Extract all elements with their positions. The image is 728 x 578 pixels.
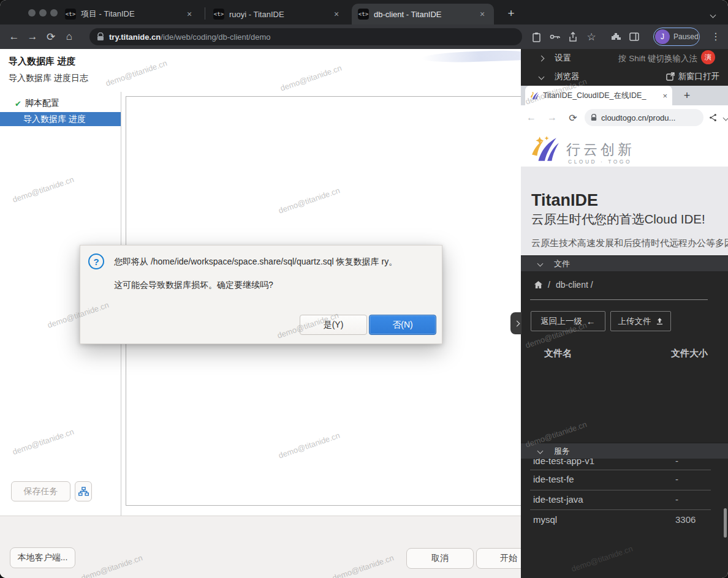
service-port: - [675,474,678,484]
window-minimize-button[interactable] [39,9,47,17]
home-icon[interactable] [534,280,543,289]
mini-reload-icon[interactable]: ⟳ [563,112,583,124]
settings-section-header[interactable]: 设置 按 Shift 键切换输入法 演 [521,49,728,67]
browser-window: <t> 项目 - TitanIDE × <t> ruoyi - TitanIDE… [0,0,728,578]
brand-name: 行云创新 [566,140,635,159]
yes-button[interactable]: 是(Y) [300,315,367,335]
profile-button[interactable]: J Paused [653,28,700,46]
tab-strip: <t> 项目 - TitanIDE × <t> ruoyi - TitanIDE… [0,0,728,24]
tab-ruoyi[interactable]: <t> ruoyi - TitanIDE × [207,4,348,24]
brand-subtitle: CLOUD · TOGO [568,159,632,165]
mini-forward-icon[interactable]: → [542,112,563,123]
cloudtogo-brand-header: 行云创新 CLOUD · TOGO [521,130,728,167]
home-icon[interactable]: ⌂ [60,31,78,43]
step-label: 导入数据库 进度 [23,114,86,125]
db-client-page: 导入数据库 进度 导入数据库 进度日志 ✔ 脚本配置 导入数据库 进度 保存任务… [0,49,521,578]
ide-side-panel: 设置 按 Shift 键切换输入法 演 浏览器 新窗口打开 TitanIDE_C… [521,49,728,578]
settings-label: 设置 [555,53,571,64]
browser-menu-icon[interactable]: ⋮ [711,31,721,42]
mini-share-icon[interactable] [708,113,718,122]
upload-icon [656,317,664,325]
hero-paragraph: 云原生技术高速发展和后疫情时代远程办公等多因素 [531,238,728,249]
bookmark-star-icon[interactable]: ☆ [582,31,601,43]
mini-tab-title: TitanIDE_CloudIDE_在线IDE_ [543,91,659,101]
password-key-icon[interactable] [545,34,564,40]
mini-toolbar: ← → ⟳ cloudtogo.cn/produ... [521,105,728,130]
mini-back-icon[interactable]: ← [521,112,542,123]
new-tab-button[interactable]: + [502,5,520,22]
go-up-button[interactable]: 返回上一级 ← [531,311,605,331]
panel-scrollbar[interactable] [724,508,727,538]
step-script-config[interactable]: ✔ 脚本配置 [0,96,121,111]
hero-title: TitanIDE [531,191,598,210]
cloudtogo-favicon-icon [530,91,539,100]
breadcrumb-separator: / [548,280,550,290]
tab-title: 项目 - TitanIDE [81,9,179,20]
breadcrumb-path[interactable]: db-client / [556,280,593,290]
file-breadcrumb: / db-client / [521,276,728,294]
step-import-progress-selected[interactable]: 导入数据库 进度 [0,112,121,126]
go-up-label: 返回上一级 [540,316,582,327]
services-section-header[interactable]: 服务 [521,443,728,459]
cancel-button[interactable]: 取消 [406,548,474,569]
breadcrumb-divider [530,299,708,300]
mini-tab-close-icon[interactable]: × [662,91,667,100]
decorative-swoosh [422,50,526,64]
no-button[interactable]: 否(N) [369,315,436,335]
tab-close-icon[interactable]: × [331,9,342,20]
panel-collapse-handle[interactable] [510,312,521,334]
tab-close-icon[interactable]: × [477,9,488,20]
mini-tab-bar: TitanIDE_CloudIDE_在线IDE_ × + [521,86,728,105]
window-maximize-button[interactable] [50,9,58,17]
tab-search-chevron-icon[interactable] [711,9,715,20]
files-section-header[interactable]: 文件 [521,255,728,271]
tab-close-icon[interactable]: × [184,9,195,20]
restore-confirm-dialog: ? 您即将从 /home/ide/workspace/space.share/s… [80,245,442,344]
extensions-puzzle-icon[interactable] [607,32,625,42]
reload-icon[interactable]: ⟳ [42,31,60,43]
page-subtitle: 导入数据库 进度日志 [9,73,88,84]
open-new-window-button[interactable]: 新窗口打开 [666,71,720,82]
address-bar[interactable]: try.titanide.cn/ide/web/coding/db-client… [89,28,522,45]
tab-db-client-active[interactable]: <t> db-client - TitanIDE × [352,4,494,24]
dialog-message-2: 这可能会导致数据库损坏。确定要继续吗? [114,280,273,291]
mini-chevron-down-icon[interactable] [723,114,728,121]
url-path: /ide/web/coding/db-client/demo [161,32,270,42]
mini-new-tab-button[interactable]: + [679,88,695,103]
titanide-favicon-icon: <t> [358,9,369,20]
share-icon[interactable] [564,32,582,42]
service-name[interactable]: mysql [533,514,557,525]
upload-file-button[interactable]: 上传文件 [610,311,671,331]
mini-url: cloudtogo.cn/produ... [601,113,675,122]
side-panel-icon[interactable] [625,32,643,41]
window-close-button[interactable] [28,9,36,17]
dialog-message-1: 您即将从 /home/ide/workspace/space.share/sql… [114,257,397,268]
mini-address-bar[interactable]: cloudtogo.cn/produ... [585,109,703,126]
check-icon: ✔ [15,99,21,108]
avatar: J [655,29,670,44]
row-divider [530,490,711,490]
cloudtogo-logo [531,135,560,162]
sitemap-icon [78,487,89,496]
url-domain: try.titanide.cn [109,32,161,42]
forward-icon[interactable]: → [23,31,42,43]
step-label: 脚本配置 [25,98,59,109]
local-client-button[interactable]: 本地客户端... [10,547,75,568]
sitemap-icon-button[interactable] [75,481,92,501]
open-new-window-label: 新窗口打开 [678,71,720,82]
mini-tab-active[interactable]: TitanIDE_CloudIDE_在线IDE_ × [525,86,672,105]
browser-section-header[interactable]: 浏览器 新窗口打开 [521,67,728,86]
upload-label: 上传文件 [618,316,651,327]
tab-project[interactable]: <t> 项目 - TitanIDE × [59,4,201,24]
demo-badge[interactable]: 演 [701,50,715,64]
clipboard-icon[interactable] [527,32,545,42]
back-icon[interactable]: ← [5,31,23,43]
browser-label: 浏览器 [555,71,580,82]
chevron-down-icon [537,448,544,454]
chevron-down-icon [539,73,545,80]
page-title: 导入数据库 进度 [9,56,75,67]
service-name[interactable]: ide-test-fe [533,474,574,484]
question-icon: ? [88,253,104,269]
service-name[interactable]: ide-test-java [533,494,583,505]
save-task-button[interactable]: 保存任务 [11,481,70,501]
